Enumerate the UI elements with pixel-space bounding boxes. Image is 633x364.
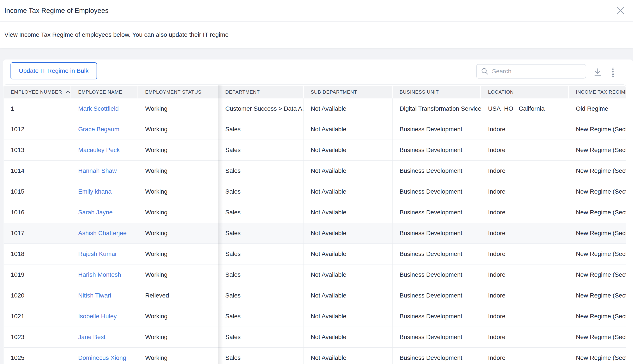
cell-business-unit: Business Development <box>393 119 481 140</box>
employee-name-link[interactable]: Harish Montesh <box>78 271 121 278</box>
employee-name-link[interactable]: Mark Scottfield <box>78 105 119 112</box>
cell-number: 1013 <box>4 140 71 160</box>
cell-business-unit: Business Development <box>393 160 481 181</box>
cell-name: Macauley Peck <box>71 140 138 160</box>
cell-name: Ashish Chatterjee <box>71 223 138 244</box>
cell-sub-department: Not Available <box>304 160 393 181</box>
cell-location: Indore <box>481 348 569 364</box>
employee-name-link[interactable]: Grace Begaum <box>78 126 119 133</box>
cell-location: Indore <box>481 181 569 202</box>
content-card: Update IT Regime in Bulk EMPL <box>3 60 633 364</box>
kebab-menu-icon[interactable] <box>608 68 618 77</box>
header-label: BUSINESS UNIT <box>400 89 439 95</box>
cell-department: Sales <box>218 181 304 202</box>
cell-sub-department: Not Available <box>304 119 393 140</box>
search-box[interactable] <box>476 64 586 78</box>
cell-department: Sales <box>218 244 304 264</box>
download-icon[interactable] <box>593 68 602 77</box>
table-row-1018: 1018Rajesh KumarWorkingSalesNot Availabl… <box>4 244 626 264</box>
employee-name-link[interactable]: Isobelle Huley <box>78 313 117 320</box>
cell-location: Indore <box>481 244 569 264</box>
cell-business-unit: Business Development <box>393 202 481 223</box>
cell-sub-department: Not Available <box>304 285 393 306</box>
cell-business-unit: Business Development <box>393 140 481 160</box>
table-row-1: 1Mark ScottfieldWorkingCustomer Success … <box>4 98 626 119</box>
cell-name: Isobelle Huley <box>71 306 138 326</box>
employee-name-link[interactable]: Emily khana <box>78 188 112 195</box>
cell-name: Nitish Tiwari <box>71 285 138 306</box>
cell-status: Working <box>138 348 218 364</box>
header-cell-status[interactable]: EMPLOYMENT STATUS <box>138 86 218 98</box>
cell-location: Indore <box>481 202 569 223</box>
cell-sub-department: Not Available <box>304 264 393 285</box>
header-label: LOCATION <box>488 89 514 95</box>
cell-status: Working <box>138 140 218 160</box>
header-cell-sub_department[interactable]: SUB DEPARTMENT <box>304 86 393 98</box>
employee-name-link[interactable]: Hannah Shaw <box>78 167 117 174</box>
cell-name: Sarah Jayne <box>71 202 138 223</box>
cell-business-unit: Business Development <box>393 306 481 326</box>
header-cell-regime[interactable]: INCOME TAX REGIME <box>569 86 626 98</box>
cell-business-unit: Business Development <box>393 348 481 364</box>
cell-regime: New Regime (Section <box>569 202 626 223</box>
employee-name-link[interactable]: Sarah Jayne <box>78 209 113 216</box>
cell-number: 1025 <box>4 348 71 364</box>
employee-name-link[interactable]: Rajesh Kumar <box>78 250 117 258</box>
table-row-1016: 1016Sarah JayneWorkingSalesNot Available… <box>4 202 626 223</box>
cell-status: Working <box>138 181 218 202</box>
table-row-1023: 1023Jane BestWorkingSalesNot AvailableBu… <box>4 327 626 348</box>
cell-regime: New Regime (Section <box>569 181 626 202</box>
cell-number: 1017 <box>4 223 71 244</box>
header-label: INCOME TAX REGIME <box>576 89 626 95</box>
cell-regime: New Regime (Section <box>569 306 626 326</box>
cell-regime: New Regime (Section <box>569 140 626 160</box>
cell-regime: New Regime (Section <box>569 119 626 140</box>
cell-status: Working <box>138 98 218 119</box>
cell-location: Indore <box>481 160 569 181</box>
cell-department: Sales <box>218 348 304 364</box>
cell-business-unit: Business Development <box>393 285 481 306</box>
cell-regime: New Regime (Section <box>569 285 626 306</box>
employee-name-link[interactable]: Macauley Peck <box>78 146 120 154</box>
cell-sub-department: Not Available <box>304 202 393 223</box>
cell-status: Working <box>138 244 218 264</box>
income-tax-regime-dialog: Income Tax Regime of Employees View Inco… <box>0 0 633 364</box>
cell-sub-department: Not Available <box>304 140 393 160</box>
cell-number: 1018 <box>4 244 71 264</box>
employee-name-link[interactable]: Nitish Tiwari <box>78 292 111 299</box>
header-cell-name[interactable]: EMPLOYEE NAME <box>71 86 138 98</box>
cell-number: 1012 <box>4 119 71 140</box>
employees-table: EMPLOYEE NUMBEREMPLOYEE NAMEEMPLOYMENT S… <box>4 84 626 364</box>
cell-department: Customer Success > Data A... <box>218 98 304 119</box>
header-cell-business_unit[interactable]: BUSINESS UNIT <box>393 86 481 98</box>
header-label: EMPLOYEE NAME <box>78 89 122 95</box>
search-input[interactable] <box>492 68 579 75</box>
cell-sub-department: Not Available <box>304 181 393 202</box>
cell-business-unit: Business Development <box>393 181 481 202</box>
update-it-regime-bulk-button[interactable]: Update IT Regime in Bulk <box>11 62 97 80</box>
dialog-description: View Income Tax Regime of employees belo… <box>5 22 229 48</box>
cell-number: 1019 <box>4 264 71 285</box>
cell-name: Mark Scottfield <box>71 98 138 119</box>
cell-name: Jane Best <box>71 327 138 348</box>
employee-name-link[interactable]: Ashish Chatterjee <box>78 230 127 237</box>
header-cell-number[interactable]: EMPLOYEE NUMBER <box>4 86 71 98</box>
cell-number: 1015 <box>4 181 71 202</box>
employee-name-link[interactable]: Jane Best <box>78 334 106 340</box>
cell-location: Indore <box>481 306 569 326</box>
cell-status: Working <box>138 119 218 140</box>
header-label: EMPLOYMENT STATUS <box>145 89 201 95</box>
header-cell-department[interactable]: DEPARTMENT <box>218 86 304 98</box>
header-cell-location[interactable]: LOCATION <box>481 86 569 98</box>
cell-name: Rajesh Kumar <box>71 244 138 264</box>
table-row-1021: 1021Isobelle HuleyWorkingSalesNot Availa… <box>4 306 626 327</box>
cell-location: Indore <box>481 327 569 348</box>
close-icon[interactable] <box>616 6 625 15</box>
employee-name-link[interactable]: Dominecus Xiong <box>78 354 126 362</box>
header-label: SUB DEPARTMENT <box>311 89 357 95</box>
cell-business-unit: Business Development <box>393 223 481 244</box>
cell-status: Working <box>138 264 218 285</box>
cell-regime: New Regime (Section <box>569 160 626 181</box>
cell-department: Sales <box>218 327 304 348</box>
cell-number: 1 <box>4 98 71 119</box>
